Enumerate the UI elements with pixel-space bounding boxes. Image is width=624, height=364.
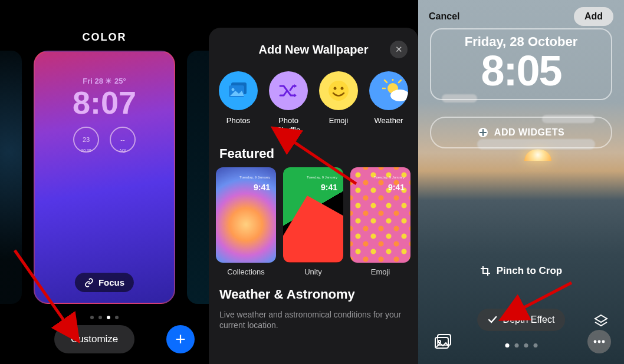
weather-widget-value: 23	[83, 136, 90, 143]
photos-picker-button[interactable]	[431, 330, 455, 353]
svg-point-16	[594, 340, 597, 343]
screen-add-wallpaper: Add New Wallpaper ✕ Photos Photo Shuffle…	[209, 28, 418, 364]
depth-label: Depth Effect	[503, 315, 555, 325]
category-label: Photos	[216, 116, 261, 125]
focus-label: Focus	[98, 277, 124, 287]
svg-point-18	[602, 340, 605, 343]
photos-icon	[434, 334, 452, 349]
pinch-to-crop-hint: Pinch to Crop	[418, 265, 624, 277]
layers-icon	[593, 313, 609, 329]
lock-time: 8:07	[35, 87, 174, 118]
svg-point-5	[341, 87, 344, 90]
link-icon	[84, 278, 94, 287]
cancel-button[interactable]: Cancel	[429, 11, 459, 22]
sheet-header: Add New Wallpaper ✕	[209, 28, 418, 58]
focus-button[interactable]: Focus	[75, 273, 134, 292]
close-icon: ✕	[395, 44, 403, 55]
svg-point-17	[598, 340, 601, 343]
sun-graphic	[524, 149, 551, 161]
add-wallpaper-button[interactable]: +	[166, 325, 195, 353]
aqi-widget-value: --	[120, 136, 124, 143]
featured-collections[interactable]: Tuesday, 9 January 9:41 Collections	[216, 167, 276, 276]
layers-button[interactable]	[591, 311, 611, 331]
svg-point-2	[232, 88, 235, 91]
prev-wallpaper-card[interactable]	[0, 51, 22, 304]
screen-lock-customize: COLOR Fri 28 ☀ 25° 8:07 23 20 30 -- AQI …	[0, 0, 209, 364]
featured-row: Tuesday, 9 January 9:41 Collections Tues…	[209, 167, 418, 276]
featured-thumb: Tuesday, 9 January 9:41	[283, 167, 343, 263]
svg-point-4	[334, 87, 337, 90]
lock-date: Fri 28 ☀ 25°	[35, 77, 174, 85]
plus-icon: +	[175, 329, 186, 349]
category-weather[interactable]: Weather	[366, 71, 411, 135]
featured-heading: Featured	[209, 135, 418, 167]
weather-widget[interactable]: 23 20 30	[73, 127, 99, 153]
category-row: Photos Photo Shuffle Emoji Weather	[209, 58, 418, 135]
category-label: Photo Shuffle	[266, 116, 311, 135]
thumb-date: Tuesday, 9 January	[239, 176, 270, 179]
featured-label: Unity	[283, 267, 343, 276]
plus-circle-icon	[478, 127, 488, 138]
featured-emoji[interactable]: Tuesday, 9 January 9:41 Emoji	[350, 167, 410, 276]
page-dots	[505, 343, 537, 348]
depth-effect-button[interactable]: Depth Effect	[477, 309, 566, 331]
featured-thumb: Tuesday, 9 January 9:41	[350, 167, 410, 263]
category-label: Emoji	[316, 116, 361, 125]
shuffle-icon	[269, 71, 308, 110]
aqi-widget-sub: AQI	[119, 148, 126, 153]
screen-wallpaper-editor: Cancel Add Friday, 28 October 8:05 ADD W…	[418, 0, 624, 364]
add-widgets-label: ADD WIDGETS	[494, 127, 564, 138]
category-emoji[interactable]: Emoji	[316, 71, 361, 135]
ellipsis-icon	[593, 340, 605, 343]
crop-icon	[480, 266, 491, 276]
weather-widget-sub: 20 30	[81, 148, 91, 153]
thumb-time: 9:41	[254, 183, 270, 192]
featured-unity[interactable]: Tuesday, 9 January 9:41 Unity	[283, 167, 343, 276]
photos-icon	[219, 71, 258, 110]
add-button[interactable]: Add	[574, 7, 613, 26]
emoji-icon	[319, 71, 358, 110]
svg-point-3	[329, 81, 349, 101]
featured-label: Collections	[216, 267, 276, 276]
date-time-box[interactable]: Friday, 28 October 8:05	[430, 28, 612, 100]
add-widgets-button[interactable]: ADD WIDGETS	[430, 117, 612, 148]
aqi-widget[interactable]: -- AQI	[110, 127, 136, 153]
color-heading: COLOR	[0, 0, 209, 44]
thumb-time: 9:41	[388, 183, 405, 192]
customize-button[interactable]: Customize	[54, 325, 134, 353]
lock-widgets-row: 23 20 30 -- AQI	[35, 127, 174, 153]
thumb-date: Tuesday, 9 January	[374, 176, 405, 179]
weather-icon	[369, 71, 408, 110]
category-photos[interactable]: Photos	[216, 71, 261, 135]
svg-line-9	[385, 80, 387, 82]
thumb-date: Tuesday, 9 January	[307, 176, 337, 179]
lock-time: 8:05	[431, 49, 611, 94]
editor-top-bar: Cancel Add	[418, 7, 624, 26]
svg-line-10	[399, 80, 401, 82]
pinch-label: Pinch to Crop	[497, 265, 562, 277]
category-photo-shuffle[interactable]: Photo Shuffle	[266, 71, 311, 135]
thumb-time: 9:41	[321, 183, 337, 192]
category-label: Weather	[366, 116, 411, 125]
close-button[interactable]: ✕	[390, 41, 408, 58]
featured-thumb: Tuesday, 9 January 9:41	[216, 167, 276, 263]
check-icon	[488, 315, 497, 325]
next-wallpaper-card[interactable]	[187, 51, 209, 304]
current-wallpaper-card[interactable]: Fri 28 ☀ 25° 8:07 23 20 30 -- AQI Focus	[34, 51, 175, 304]
more-button[interactable]	[587, 330, 611, 353]
weather-subtext: Live weather and astronomical conditions…	[209, 308, 418, 339]
weather-heading: Weather & Astronomy	[209, 276, 418, 308]
page-dots	[90, 316, 119, 319]
featured-label: Emoji	[350, 267, 410, 276]
sheet-title: Add New Wallpaper	[237, 43, 390, 57]
